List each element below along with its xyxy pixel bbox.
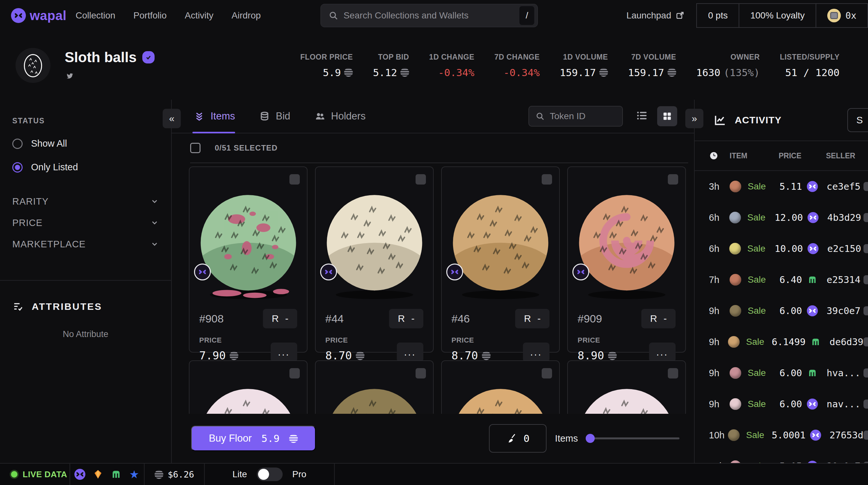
card-checkbox[interactable] xyxy=(289,368,300,378)
filter-marketplace[interactable]: MARKETPLACE xyxy=(12,233,159,255)
activity-seller[interactable]: 39c0e7 xyxy=(818,305,864,316)
rarity-letter: R xyxy=(398,313,405,324)
price-label: PRICE xyxy=(199,336,238,344)
activity-seller[interactable]: e25314 xyxy=(818,274,864,285)
activity-seller[interactable]: 4b3d29 xyxy=(819,212,864,223)
twitter-link[interactable] xyxy=(65,72,155,82)
token-id-input[interactable] xyxy=(550,111,616,121)
stat-1d-volume: 1D VOLUME159.17 xyxy=(560,53,608,78)
lite-label: Lite xyxy=(232,469,247,480)
filter-rarity[interactable]: RARITY xyxy=(12,191,159,212)
nft-image xyxy=(316,167,433,303)
activity-row[interactable]: 10h Sale 5.05 39c0e7 xyxy=(695,451,868,463)
mercato-marketplace-icon xyxy=(807,368,818,378)
card-checkbox[interactable] xyxy=(668,368,678,378)
nav-link-portfolio[interactable]: Portfolio xyxy=(133,10,167,21)
card-menu-button[interactable]: ... xyxy=(649,343,676,362)
activity-seller[interactable]: 27653d xyxy=(821,430,864,440)
radio-only-listed[interactable]: Only Listed xyxy=(12,162,159,173)
card-menu-button[interactable]: ... xyxy=(523,343,550,362)
filter-price-label: PRICE xyxy=(12,218,43,228)
activity-item-thumb xyxy=(730,274,741,286)
collapse-sidebar-button[interactable]: « xyxy=(163,109,181,128)
mercato-marketplace-icon[interactable] xyxy=(111,469,122,480)
activity-row[interactable]: 10h Sale 5.0001 27653d xyxy=(695,420,868,451)
filter-rarity-label: RARITY xyxy=(12,196,49,207)
card-menu-button[interactable]: ... xyxy=(397,343,423,362)
activity-marketplace xyxy=(808,243,819,254)
global-search[interactable]: / xyxy=(320,4,538,27)
filter-price[interactable]: PRICE xyxy=(12,212,159,233)
activity-seller[interactable]: e2c150 xyxy=(819,243,864,254)
activity-row[interactable]: 9h Sale 6.00 39c0e7 xyxy=(695,295,868,326)
tab-holders[interactable]: Holders xyxy=(314,100,366,133)
nft-card[interactable] xyxy=(189,360,308,414)
activity-filter-button[interactable]: S xyxy=(847,108,868,132)
nft-image xyxy=(442,361,559,414)
wallet-chip[interactable]: 0x xyxy=(816,4,867,27)
tab-items[interactable]: Items xyxy=(194,100,235,133)
activity-row[interactable]: 9h Sale 6.00 hva... xyxy=(695,358,868,389)
nft-card[interactable] xyxy=(315,360,434,414)
nft-card[interactable]: #46 R - PRICE 8.70 ... xyxy=(441,166,560,352)
nft-card[interactable] xyxy=(441,360,560,414)
nft-card[interactable]: #44 R - PRICE 8.70 ... xyxy=(315,166,434,352)
sweep-counter[interactable]: 0 xyxy=(489,424,547,453)
nav-link-activity[interactable]: Activity xyxy=(185,10,213,21)
cards-scroll-area[interactable]: #908 R - PRICE 7.90 ... xyxy=(172,163,694,414)
list-view-icon[interactable] xyxy=(636,109,648,123)
activity-row[interactable]: 9h Sale 6.1499 de6d39 xyxy=(695,326,868,358)
token-id-search[interactable] xyxy=(528,106,623,126)
apt-usd-price: $6.26 xyxy=(168,469,194,480)
slider-knob[interactable] xyxy=(586,434,595,443)
search-input[interactable] xyxy=(343,10,514,21)
select-all-checkbox[interactable] xyxy=(190,143,200,153)
attributes-icon xyxy=(12,301,24,312)
radio-show-all[interactable]: Show All xyxy=(12,138,159,149)
wapal-marketplace-icon[interactable] xyxy=(74,469,85,480)
activity-row[interactable]: 6h Sale 12.00 4b3d29 xyxy=(695,202,868,233)
activity-row[interactable]: 6h Sale 10.00 e2c150 xyxy=(695,233,868,264)
activity-seller[interactable]: de6d39 xyxy=(821,336,864,347)
card-checkbox[interactable] xyxy=(289,174,300,184)
card-checkbox[interactable] xyxy=(415,368,426,378)
topaz-marketplace-icon[interactable] xyxy=(92,469,103,480)
activity-row[interactable]: 9h Sale 6.00 nav... xyxy=(695,389,868,420)
activity-row[interactable]: 7h Sale 6.40 e25314 xyxy=(695,264,868,295)
activity-seller[interactable]: 39c0e7 xyxy=(818,461,864,463)
nft-image xyxy=(442,167,559,303)
tab-holders-label: Holders xyxy=(331,110,366,122)
nft-ball-art xyxy=(321,383,428,414)
activity-seller[interactable]: ce3ef5 xyxy=(818,181,864,192)
collection-header: Sloth balls FLOOR PRICE5.9TOP BID5.121D … xyxy=(0,31,868,100)
bluemove-marketplace-icon[interactable]: ★ xyxy=(129,469,140,480)
nav-link-airdrop[interactable]: Airdrop xyxy=(231,10,261,21)
card-checkbox[interactable] xyxy=(668,174,678,184)
activity-time: 10h xyxy=(709,461,730,463)
wapal-brand[interactable]: wapal xyxy=(11,8,67,23)
card-checkbox[interactable] xyxy=(542,368,552,378)
card-checkbox[interactable] xyxy=(415,174,426,184)
collapse-activity-button[interactable]: » xyxy=(685,109,703,128)
launchpad-link[interactable]: Launchpad xyxy=(626,10,685,21)
sweep-slider[interactable] xyxy=(586,437,679,439)
nft-card[interactable]: #908 R - PRICE 7.90 ... xyxy=(189,166,308,352)
activity-chart-icon xyxy=(713,114,726,126)
card-checkbox[interactable] xyxy=(542,174,552,184)
activity-seller[interactable]: nav... xyxy=(818,399,864,409)
layers-icon xyxy=(194,111,205,122)
grid-view-icon[interactable] xyxy=(657,106,677,126)
nft-card[interactable] xyxy=(567,360,686,414)
rarity-letter: R xyxy=(524,313,531,324)
buy-floor-button[interactable]: Buy Floor 5.9 xyxy=(191,426,316,451)
nft-ball-art xyxy=(447,383,554,414)
nft-image xyxy=(316,361,433,414)
card-menu-button[interactable]: ... xyxy=(271,343,297,362)
lite-pro-toggle[interactable] xyxy=(257,467,283,481)
activity-seller[interactable]: hva... xyxy=(818,368,864,378)
nav-link-collection[interactable]: Collection xyxy=(76,10,116,21)
nft-card[interactable]: #909 R - PRICE 8.90 ... xyxy=(567,166,686,352)
apt-coin-icon xyxy=(344,68,353,77)
tab-bid[interactable]: Bid xyxy=(259,100,290,133)
activity-row[interactable]: 3h Sale 5.11 ce3ef5 xyxy=(695,171,868,202)
